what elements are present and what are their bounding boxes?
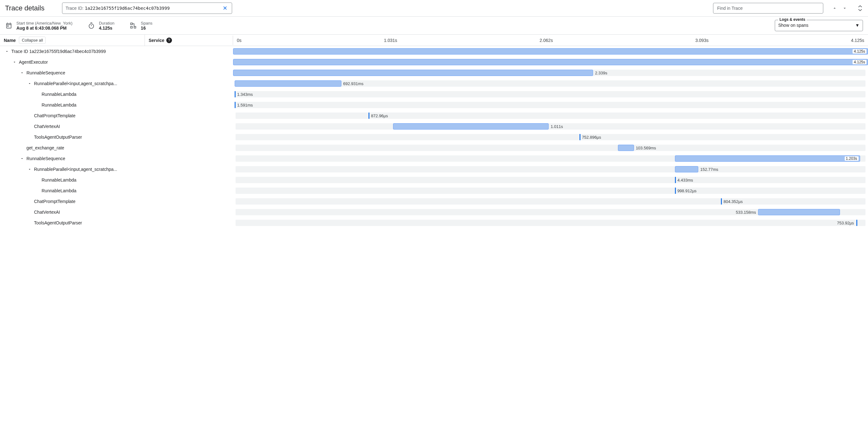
span-name: RunnableSequence — [27, 70, 65, 75]
spans-label: Spans — [141, 21, 152, 26]
span-row[interactable]: RunnableLambda1.343ms — [0, 89, 868, 100]
column-name-header: Name — [4, 38, 16, 43]
span-bar[interactable] — [393, 123, 549, 130]
span-name: get_exchange_rate — [27, 145, 64, 150]
span-row[interactable]: ToolsAgentOutputParser752.896µs — [0, 132, 868, 142]
timeline-tick: 3.093s — [695, 38, 709, 43]
span-bar[interactable] — [758, 209, 840, 215]
span-row[interactable]: ChatPromptTemplate872.96µs — [0, 110, 868, 121]
timeline-axis: 0s1.031s2.062s3.093s4.125s — [233, 36, 868, 45]
span-tick — [721, 198, 722, 204]
start-time-value: Aug 8 at 6:43:08.068 PM — [17, 26, 72, 31]
chevron-down-icon[interactable] — [28, 167, 33, 171]
span-name: RunnableParallel<input,agent_scratchpa..… — [34, 81, 117, 86]
timeline-tick: 2.062s — [539, 38, 553, 43]
span-name: Trace ID 1a223e16755f19d6ac74bec4c07b399… — [11, 49, 106, 54]
span-row[interactable]: ToolsAgentOutputParser753.92µs — [0, 218, 868, 228]
span-bar[interactable] — [233, 70, 593, 76]
span-bar[interactable]: 4.125s — [233, 48, 868, 55]
svg-rect-1 — [131, 23, 133, 25]
span-duration-label: 752.896µs — [582, 135, 601, 140]
span-row[interactable]: AgentExecutor4.125s — [0, 57, 868, 67]
span-row[interactable]: get_exchange_rate103.569ms — [0, 142, 868, 153]
span-tick — [235, 91, 236, 97]
span-row[interactable]: RunnableParallel<input,agent_scratchpa..… — [0, 78, 868, 89]
span-duration-label: 103.569ms — [636, 146, 656, 150]
trace-id-input[interactable]: Trace ID: 1a223e16755f19d6ac74bec4c07b39… — [62, 2, 232, 14]
span-bar[interactable] — [675, 166, 699, 172]
find-prev-button[interactable] — [831, 4, 838, 12]
span-tick — [856, 220, 857, 226]
span-row[interactable]: RunnableLambda998.912µs — [0, 185, 868, 196]
chevron-down-icon[interactable] — [20, 71, 25, 75]
duration-label: Duration — [99, 21, 114, 26]
span-duration-label: 4.125s — [852, 49, 866, 54]
svg-rect-2 — [131, 26, 133, 28]
dropdown-icon: ▼ — [855, 23, 860, 28]
span-row[interactable]: RunnableSequence2.339s — [0, 67, 868, 78]
timeline-tick: 4.125s — [851, 38, 864, 43]
expand-collapse-icon[interactable] — [857, 5, 863, 11]
span-tick — [675, 188, 676, 194]
timeline-tick: 0s — [237, 38, 242, 43]
span-tick — [675, 177, 676, 183]
collapse-all-button[interactable]: Collapse all — [19, 36, 46, 44]
span-row[interactable]: RunnableParallel<input,agent_scratchpa..… — [0, 164, 868, 175]
trace-id-value: 1a223e16755f19d6ac74bec4c07b3999 — [85, 6, 221, 11]
clear-icon[interactable]: ✕ — [221, 5, 229, 12]
logs-events-select[interactable]: Logs & events Show on spans ▼ — [775, 20, 863, 31]
span-duration-label: 872.96µs — [371, 113, 388, 118]
span-row[interactable]: RunnableLambda4.433ms — [0, 175, 868, 185]
timeline-tick: 1.031s — [384, 38, 397, 43]
logs-events-legend: Logs & events — [778, 17, 807, 22]
span-name: ChatPromptTemplate — [34, 199, 75, 204]
span-name: ChatVertexAI — [34, 209, 60, 215]
span-name: ChatVertexAI — [34, 124, 60, 129]
span-name: AgentExecutor — [19, 60, 48, 65]
span-duration-label: 998.912µs — [678, 189, 697, 193]
span-row[interactable]: ChatVertexAI533.158ms — [0, 207, 868, 218]
find-in-trace-input[interactable]: Find in Trace — [713, 3, 823, 13]
duration-value: 4.125s — [99, 26, 114, 31]
span-name: RunnableSequence — [27, 156, 65, 161]
span-bar[interactable]: 1.203s — [675, 156, 860, 162]
span-row[interactable]: Trace ID 1a223e16755f19d6ac74bec4c07b399… — [0, 46, 868, 57]
help-icon[interactable]: ? — [166, 37, 172, 43]
start-time-label: Start time (America/New_York) — [17, 21, 72, 26]
span-name: RunnableLambda — [41, 177, 76, 182]
span-duration-label: 692.931ms — [343, 81, 364, 86]
spans-icon — [129, 22, 137, 29]
span-duration-label: 1.203s — [845, 156, 859, 161]
logs-events-value: Show on spans — [778, 23, 808, 28]
span-row[interactable]: RunnableSequence1.203s — [0, 153, 868, 164]
span-row[interactable]: ChatVertexAI1.011s — [0, 121, 868, 132]
chevron-down-icon[interactable] — [5, 50, 10, 53]
span-duration-label: 152.77ms — [700, 167, 718, 172]
chevron-down-icon[interactable] — [28, 82, 33, 85]
span-bar[interactable]: 4.125s — [233, 59, 868, 65]
chevron-down-icon[interactable] — [12, 60, 18, 64]
span-bar[interactable] — [618, 145, 634, 151]
span-tick — [369, 113, 369, 119]
span-duration-label: 1.343ms — [237, 92, 253, 97]
span-name: RunnableLambda — [41, 103, 76, 108]
timer-icon — [88, 22, 95, 29]
spans-value: 16 — [141, 26, 152, 31]
find-next-button[interactable] — [841, 4, 848, 12]
span-name: ChatPromptTemplate — [34, 113, 75, 118]
span-row[interactable]: ChatPromptTemplate804.352µs — [0, 196, 868, 207]
span-tick — [580, 134, 581, 140]
calendar-icon — [5, 22, 12, 29]
page-title: Trace details — [5, 4, 44, 12]
span-bar[interactable] — [235, 80, 341, 87]
span-duration-label: 533.158ms — [736, 210, 756, 215]
span-row[interactable]: RunnableLambda1.591ms — [0, 100, 868, 110]
span-duration-label: 1.011s — [551, 124, 563, 129]
column-service-header: Service — [149, 38, 164, 43]
chevron-down-icon[interactable] — [20, 157, 25, 161]
span-duration-label: 4.125s — [852, 60, 866, 64]
trace-id-prefix: Trace ID: — [65, 6, 84, 11]
span-name: RunnableLambda — [41, 188, 76, 193]
span-duration-label: 1.591ms — [237, 103, 253, 108]
span-duration-label: 4.433ms — [678, 178, 693, 182]
